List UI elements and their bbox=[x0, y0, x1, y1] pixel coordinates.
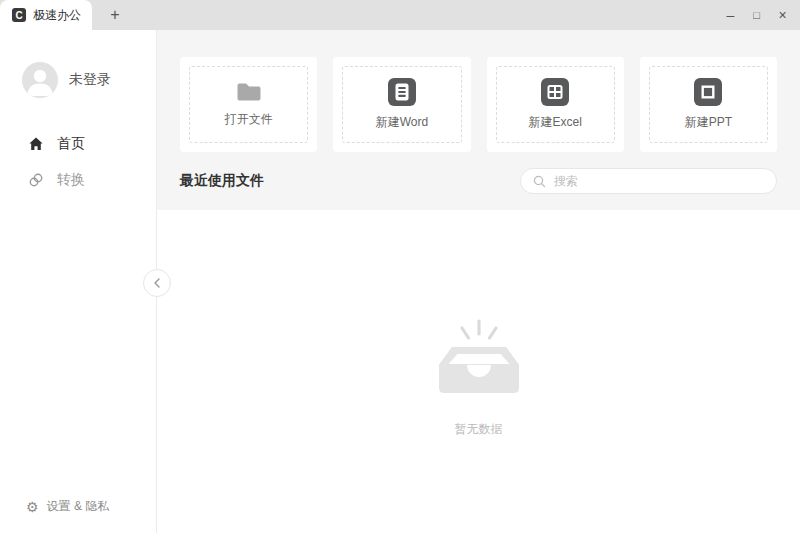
open-file-card[interactable]: 打开文件 bbox=[180, 57, 317, 152]
word-document-icon bbox=[388, 78, 416, 106]
ppt-slide-icon bbox=[694, 78, 722, 106]
new-ppt-card[interactable]: 新建PPT bbox=[640, 57, 777, 152]
new-word-card[interactable]: 新建Word bbox=[333, 57, 470, 152]
sidebar: 未登录 首页 bbox=[0, 30, 157, 533]
titlebar: C 极速办公 + – □ × bbox=[0, 0, 800, 30]
new-tab-button[interactable]: + bbox=[104, 0, 126, 30]
empty-state-label: 暂无数据 bbox=[455, 421, 503, 438]
open-file-card-inner: 打开文件 bbox=[189, 66, 308, 143]
window-body: 未登录 首页 bbox=[0, 30, 800, 533]
new-excel-card-inner: 新建Excel bbox=[496, 66, 615, 143]
close-button[interactable]: × bbox=[775, 0, 790, 30]
sidebar-collapse-button[interactable] bbox=[143, 269, 171, 297]
home-icon bbox=[28, 136, 44, 152]
sidebar-item-home[interactable]: 首页 bbox=[0, 126, 156, 162]
empty-inbox-icon bbox=[429, 315, 529, 399]
user-profile[interactable]: 未登录 bbox=[22, 62, 156, 98]
search-input[interactable] bbox=[552, 173, 764, 189]
sidebar-item-convert[interactable]: 转换 bbox=[0, 162, 156, 198]
sidebar-item-label: 转换 bbox=[57, 171, 85, 189]
recent-files-title: 最近使用文件 bbox=[180, 172, 264, 190]
new-ppt-card-inner: 新建PPT bbox=[649, 66, 768, 143]
app-logo-icon: C bbox=[12, 8, 26, 22]
gear-icon: ⚙ bbox=[26, 500, 39, 514]
avatar bbox=[22, 62, 58, 98]
quick-action-cards: 打开文件 bbox=[180, 57, 777, 152]
card-label: 新建Word bbox=[376, 114, 428, 131]
sidebar-nav: 首页 转换 bbox=[0, 126, 156, 198]
card-label: 新建Excel bbox=[528, 114, 581, 131]
settings-privacy-label: 设置 & 隐私 bbox=[47, 498, 110, 515]
app-tab[interactable]: C 极速办公 bbox=[0, 0, 92, 30]
link-icon bbox=[28, 172, 44, 188]
maximize-button[interactable]: □ bbox=[749, 0, 764, 30]
folder-icon bbox=[235, 81, 263, 103]
tab-title: 极速办公 bbox=[33, 7, 81, 24]
new-excel-card[interactable]: 新建Excel bbox=[487, 57, 624, 152]
settings-privacy-button[interactable]: ⚙ 设置 & 隐私 bbox=[0, 498, 156, 533]
card-label: 新建PPT bbox=[685, 114, 732, 131]
minimize-button[interactable]: – bbox=[723, 0, 738, 30]
empty-state: 暂无数据 bbox=[429, 315, 529, 438]
app-window: C 极速办公 + – □ × 未登录 bbox=[0, 0, 800, 533]
new-word-card-inner: 新建Word bbox=[342, 66, 461, 143]
search-icon bbox=[533, 175, 546, 188]
login-status-label: 未登录 bbox=[69, 71, 111, 89]
window-controls: – □ × bbox=[723, 0, 800, 30]
excel-table-icon bbox=[541, 78, 569, 106]
main-area: 打开文件 bbox=[157, 30, 800, 533]
chevron-left-icon bbox=[152, 276, 162, 290]
quick-actions-panel: 打开文件 bbox=[157, 30, 800, 210]
card-label: 打开文件 bbox=[225, 111, 273, 128]
search-box[interactable] bbox=[520, 168, 777, 194]
sidebar-item-label: 首页 bbox=[57, 135, 85, 153]
recent-files-content: 暂无数据 bbox=[157, 210, 800, 533]
recent-files-header: 最近使用文件 bbox=[180, 152, 777, 210]
